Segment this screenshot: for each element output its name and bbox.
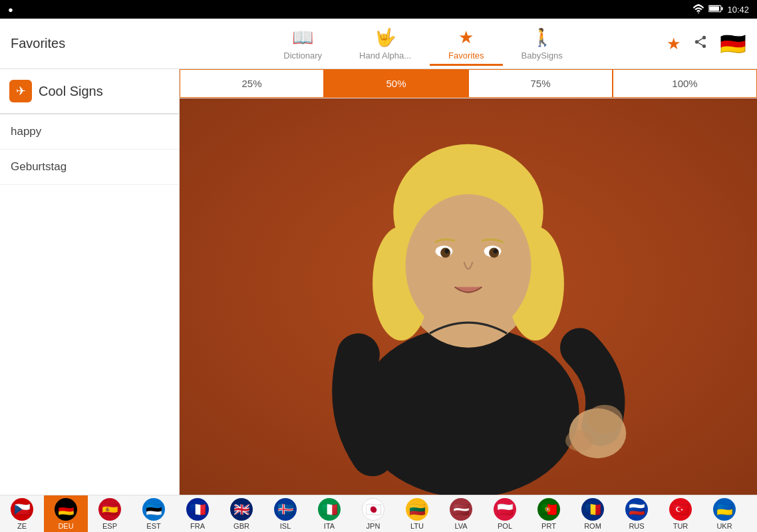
lang-gbr[interactable]: 🇬🇧 GBR xyxy=(220,495,263,533)
favorites-icon: ★ xyxy=(458,27,474,48)
flag-ukr: 🇺🇦 xyxy=(713,498,736,521)
flag-isl: 🇮🇸 xyxy=(274,498,297,521)
flag-rom: 🇷🇴 xyxy=(581,498,604,521)
svg-point-17 xyxy=(445,249,449,253)
svg-point-0 xyxy=(698,12,699,13)
lang-tur[interactable]: 🇹🇷 TUR xyxy=(659,495,702,533)
svg-rect-2 xyxy=(710,6,720,11)
lang-lva[interactable]: 🇱🇻 LVA xyxy=(439,495,483,533)
lang-usa[interactable]: 🇺🇸 USA xyxy=(746,495,757,533)
lang-ukr[interactable]: 🇺🇦 UKR xyxy=(702,495,746,533)
flag-est: 🇪🇪 xyxy=(142,498,165,521)
flag-prt: 🇵🇹 xyxy=(537,498,560,521)
share-button[interactable] xyxy=(693,35,708,53)
status-bar: ● 10:42 xyxy=(0,0,757,19)
flag-ze: 🇨🇿 xyxy=(11,498,33,521)
svg-point-20 xyxy=(587,405,623,434)
lang-pol[interactable]: 🇵🇱 POL xyxy=(483,495,527,533)
svg-point-18 xyxy=(494,249,498,253)
sidebar-item-happy[interactable]: happy xyxy=(0,114,179,150)
lang-rus[interactable]: 🇷🇺 RUS xyxy=(615,495,659,533)
flag-rus: 🇷🇺 xyxy=(625,498,648,521)
dictionary-icon: 📖 xyxy=(292,27,313,48)
tab-favorites[interactable]: ★ Favorites xyxy=(430,22,502,66)
battery-icon xyxy=(708,5,723,15)
lang-isl[interactable]: 🇮🇸 ISL xyxy=(263,495,307,533)
svg-point-12 xyxy=(406,194,531,337)
progress-25[interactable]: 25% xyxy=(180,69,324,98)
flag-deu: 🇩🇪 xyxy=(55,498,77,521)
language-flag-button[interactable]: 🇩🇪 xyxy=(720,31,746,57)
lang-prt[interactable]: 🇵🇹 PRT xyxy=(527,495,571,533)
sidebar: ✈ Cool Signs happy Geburtstag xyxy=(0,69,180,495)
cool-signs-title: Cool Signs xyxy=(39,84,103,99)
favorites-star-button[interactable]: ★ xyxy=(667,35,681,53)
progress-100[interactable]: 100% xyxy=(613,69,757,98)
lang-est[interactable]: 🇪🇪 EST xyxy=(132,495,176,533)
progress-bar: 25% 50% 75% 100% xyxy=(180,69,757,98)
svg-point-21 xyxy=(565,430,594,451)
flag-jpn: 🇯🇵 xyxy=(362,498,384,521)
flag-esp: 🇪🇸 xyxy=(98,498,121,521)
lang-ltu[interactable]: 🇱🇹 LTU xyxy=(395,495,439,533)
sidebar-section-header: ✈ Cool Signs xyxy=(0,69,179,114)
main-content: ✈ Cool Signs happy Geburtstag 25% 50% 75… xyxy=(0,69,757,495)
flag-tur: 🇹🇷 xyxy=(669,498,692,521)
flag-lva: 🇱🇻 xyxy=(450,498,472,521)
header-actions: ★ 🇩🇪 xyxy=(667,31,757,57)
lang-ze[interactable]: 🇨🇿 ZE xyxy=(0,495,44,533)
flag-fra: 🇫🇷 xyxy=(186,498,209,521)
lang-deu[interactable]: 🇩🇪 DEU xyxy=(44,495,88,533)
wifi-icon xyxy=(692,4,704,15)
babysigns-icon: 🚶 xyxy=(531,27,553,48)
svg-point-6 xyxy=(358,327,579,495)
lang-jpn[interactable]: 🇯🇵 JPN xyxy=(351,495,395,533)
progress-75[interactable]: 75% xyxy=(468,69,613,98)
tab-babysigns[interactable]: 🚶 BabySigns xyxy=(503,22,581,66)
top-nav: Favorites 📖 Dictionary 🤟 Hand Alpha... ★… xyxy=(0,19,757,69)
cool-signs-icon: ✈ xyxy=(9,80,32,102)
video-area[interactable]: 25% 50% 75% 100% xyxy=(180,69,757,495)
hand-alpha-icon: 🤟 xyxy=(375,27,396,48)
video-content xyxy=(180,69,757,495)
language-bar: 🇨🇿 ZE 🇩🇪 DEU 🇪🇸 ESP 🇪🇪 EST 🇫🇷 FRA 🇬🇧 GBR… xyxy=(0,495,757,532)
app-icon: ● xyxy=(8,5,13,15)
tab-bar: 📖 Dictionary 🤟 Hand Alpha... ★ Favorites… xyxy=(180,22,667,66)
flag-pol: 🇵🇱 xyxy=(494,498,516,521)
page-title: Favorites xyxy=(0,36,180,51)
flag-ltu: 🇱🇹 xyxy=(406,498,428,521)
lang-fra[interactable]: 🇫🇷 FRA xyxy=(176,495,220,533)
tab-dictionary[interactable]: 📖 Dictionary xyxy=(265,22,341,66)
sidebar-item-geburtstag[interactable]: Geburtstag xyxy=(0,150,179,185)
lang-ita[interactable]: 🇮🇹 ITA xyxy=(307,495,351,533)
time-display: 10:42 xyxy=(727,5,749,15)
flag-ita: 🇮🇹 xyxy=(318,498,341,521)
flag-gbr: 🇬🇧 xyxy=(230,498,253,521)
progress-50[interactable]: 50% xyxy=(324,69,468,98)
lang-esp[interactable]: 🇪🇸 ESP xyxy=(88,495,132,533)
tab-hand-alpha[interactable]: 🤟 Hand Alpha... xyxy=(341,22,430,66)
lang-rom[interactable]: 🇷🇴 ROM xyxy=(571,495,615,533)
svg-rect-3 xyxy=(722,7,723,10)
